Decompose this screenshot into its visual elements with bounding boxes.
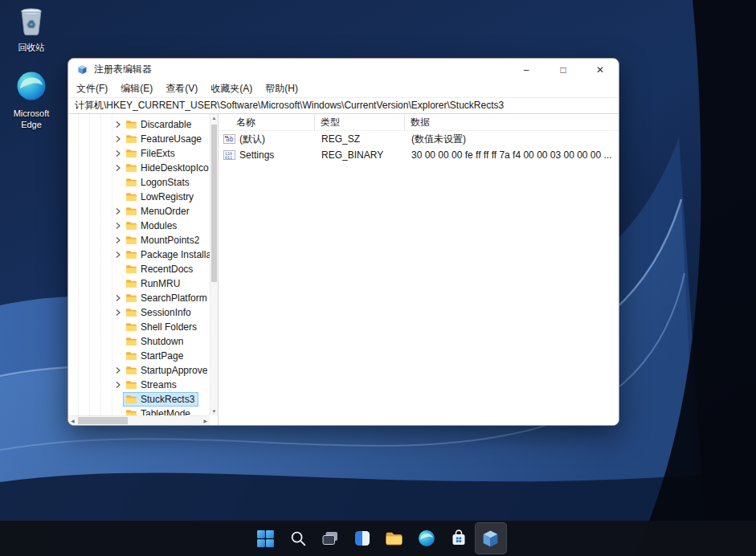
start-icon — [255, 529, 276, 549]
value-row-1[interactable]: 110011SettingsREG_BINARY30 00 00 00 fe f… — [219, 147, 619, 163]
address-bar[interactable]: 计算机\HKEY_CURRENT_USER\Software\Microsoft… — [68, 97, 619, 114]
tree-item-sessioninfo[interactable]: SessionInfo — [68, 305, 210, 320]
tree-item-logonstats[interactable]: LogonStats — [68, 175, 210, 190]
chevron-right-icon[interactable] — [113, 381, 123, 389]
menu-favorites[interactable]: 收藏夹(A) — [204, 82, 259, 96]
scroll-down-icon[interactable]: ▼ — [210, 409, 218, 414]
chevron-right-icon[interactable] — [113, 366, 123, 374]
taskbar-microsoft-store-button[interactable] — [443, 522, 475, 554]
chevron-right-icon[interactable] — [113, 294, 123, 302]
chevron-right-icon[interactable] — [113, 135, 123, 143]
close-button[interactable]: ✕ — [582, 59, 619, 80]
taskbar-registry-editor-button[interactable] — [475, 522, 507, 554]
tree-item-stuckrects3[interactable]: StuckRects3 — [68, 392, 210, 407]
value-type: REG_SZ — [315, 133, 405, 145]
tree-item-searchplatform[interactable]: SearchPlatform — [68, 291, 210, 305]
tree-item-startpage[interactable]: StartPage — [68, 349, 210, 363]
desktop-icon-edge[interactable]: Microsoft Edge — [5, 69, 58, 130]
edge-icon — [14, 69, 48, 106]
tree-item-package-installa[interactable]: Package Installa — [68, 247, 210, 262]
horizontal-scroll-thumb[interactable] — [78, 417, 128, 424]
folder-icon — [125, 409, 137, 415]
registry-tree-pane: DiscardableFeatureUsageFileExtsHideDeskt… — [68, 114, 219, 425]
search-icon — [289, 529, 307, 547]
minimize-button[interactable]: – — [508, 59, 545, 80]
folder-icon — [125, 120, 137, 129]
taskbar-search-button[interactable] — [282, 522, 314, 554]
tree-item-discardable[interactable]: Discardable — [68, 117, 210, 132]
vertical-scroll-thumb[interactable] — [211, 125, 217, 282]
folder-icon — [125, 279, 137, 288]
folder-icon — [125, 366, 137, 375]
tree-horizontal-scrollbar[interactable]: ◀ ▶ — [68, 415, 210, 425]
tree-item-tabletmode[interactable]: TabletMode — [68, 407, 210, 415]
value-row-0[interactable]: ab(默认)REG_SZ(数值未设置) — [219, 131, 619, 147]
chevron-right-icon[interactable] — [113, 149, 123, 157]
chevron-right-icon[interactable] — [113, 164, 123, 172]
tree-item-streams[interactable]: Streams — [68, 378, 210, 392]
taskbar-edge-button[interactable] — [411, 522, 443, 554]
edge-icon — [417, 529, 436, 548]
taskbar-task-view-button[interactable] — [314, 522, 346, 554]
maximize-button[interactable]: □ — [545, 59, 582, 80]
title-bar[interactable]: 注册表编辑器 – □ ✕ — [68, 59, 619, 80]
tree-item-content: StuckRects3 — [123, 392, 198, 407]
tree-item-featureusage[interactable]: FeatureUsage — [68, 132, 210, 146]
scroll-left-icon[interactable]: ◀ — [71, 418, 75, 423]
chevron-right-icon[interactable] — [113, 222, 123, 230]
taskbar-start-button[interactable] — [250, 522, 282, 554]
tree-item-label: LogonStats — [141, 177, 190, 188]
chevron-right-icon[interactable] — [113, 251, 123, 259]
taskbar-widgets-button[interactable] — [346, 522, 378, 554]
folder-icon — [125, 264, 137, 274]
tree-item-mountpoints2[interactable]: MountPoints2 — [68, 233, 210, 247]
menu-help[interactable]: 帮助(H) — [259, 82, 304, 96]
desktop-icon-recycle-bin[interactable]: ♻ 回收站 — [5, 5, 58, 54]
tree-item-startupapprove[interactable]: StartupApprove — [68, 363, 210, 378]
tree-item-label: StuckRects3 — [141, 394, 194, 405]
svg-text:♻: ♻ — [27, 18, 35, 30]
tree-item-fileexts[interactable]: FileExts — [68, 146, 210, 161]
tree-item-shutdown[interactable]: Shutdown — [68, 334, 210, 349]
file-explorer-icon — [384, 529, 404, 549]
tree-item-label: HideDesktopIco — [141, 162, 209, 174]
chevron-right-icon[interactable] — [113, 309, 123, 317]
tree-item-shell-folders[interactable]: Shell Folders — [68, 320, 210, 334]
column-header-name[interactable]: 名称 — [219, 114, 315, 130]
list-header: 名称 类型 数据 — [219, 114, 619, 131]
tree-item-label: Modules — [141, 220, 177, 231]
chevron-right-icon[interactable] — [113, 207, 123, 215]
folder-icon — [125, 293, 137, 303]
scroll-right-icon[interactable]: ▶ — [203, 418, 207, 423]
address-text: 计算机\HKEY_CURRENT_USER\Software\Microsoft… — [75, 99, 504, 112]
menu-edit[interactable]: 编辑(E) — [114, 82, 159, 96]
tree-item-content: LowRegistry — [123, 190, 198, 204]
tree-item-modules[interactable]: Modules — [68, 219, 210, 233]
tree-item-lowregistry[interactable]: LowRegistry — [68, 190, 210, 204]
tree-item-hidedesktopico[interactable]: HideDesktopIco — [68, 161, 210, 175]
column-header-data[interactable]: 数据 — [405, 114, 619, 130]
menu-file[interactable]: 文件(F) — [70, 82, 114, 96]
tree-item-label: FileExts — [141, 148, 175, 159]
tree-item-label: Shutdown — [141, 336, 183, 347]
folder-icon — [125, 134, 137, 144]
recycle-bin-icon: ♻ — [16, 5, 47, 40]
tree-vertical-scrollbar[interactable]: ▲ ▼ — [210, 114, 218, 415]
tree-item-menuorder[interactable]: MenuOrder — [68, 204, 210, 219]
folder-icon — [125, 178, 137, 187]
tree-item-content: TabletMode — [123, 407, 194, 415]
column-header-type[interactable]: 类型 — [315, 114, 405, 130]
tree-item-label: MountPoints2 — [141, 235, 199, 246]
chevron-right-icon[interactable] — [113, 236, 123, 244]
tree-item-content: LogonStats — [123, 175, 194, 190]
tree-item-recentdocs[interactable]: RecentDocs — [68, 262, 210, 276]
tree-item-runmru[interactable]: RunMRU — [68, 276, 210, 291]
window-title: 注册表编辑器 — [94, 63, 152, 76]
tree-item-label: LowRegistry — [141, 191, 194, 202]
tree-item-content: Discardable — [123, 117, 195, 132]
menu-view[interactable]: 查看(V) — [159, 82, 204, 96]
scroll-up-icon[interactable]: ▲ — [210, 116, 218, 121]
folder-icon — [125, 163, 137, 173]
chevron-right-icon[interactable] — [113, 121, 123, 129]
taskbar-file-explorer-button[interactable] — [378, 522, 411, 554]
